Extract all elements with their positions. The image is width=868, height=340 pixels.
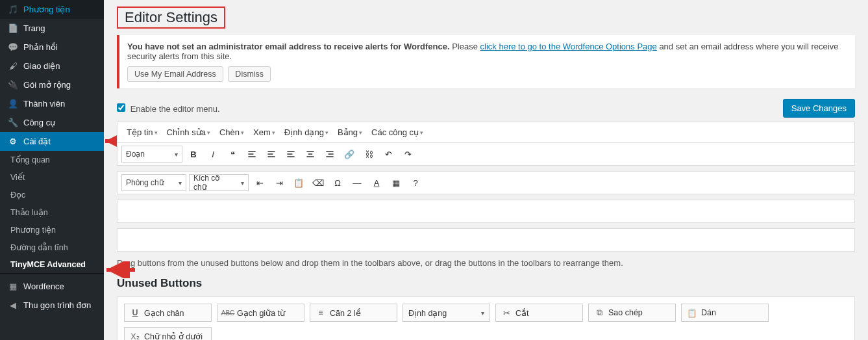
sidebar-sub-thảo-luận[interactable]: Thảo luận — [0, 203, 104, 221]
unused-gạch-giữa-từ[interactable]: ABCGạch giữa từ — [217, 304, 304, 322]
toolbar-row-2-box: Phông chữKích cỡ chữ⇤⇥📋⌫Ω—A▦? — [117, 171, 855, 194]
editor-toolbar-box: Tệp tin▾Chỉnh sửa▾Chèn▾Xem▾Định dạng▾Bản… — [117, 122, 855, 166]
page-title: Editor Settings — [117, 7, 225, 29]
enable-menu-checkbox[interactable] — [117, 103, 125, 112]
tb-unlink[interactable]: ⛓ — [360, 146, 377, 163]
unused-dán[interactable]: 📋Dán — [681, 304, 769, 322]
enable-menu-row: Enable the editor menu. — [117, 103, 220, 114]
comment-icon: 💬 — [6, 42, 19, 52]
wordfence-options-link[interactable]: click here to go to the Wordfence Option… — [480, 42, 657, 51]
sidebar-item-giao-diện[interactable]: 🖌Giao diện — [0, 57, 104, 75]
table-icon: ▦ — [392, 178, 400, 188]
U-icon: U — [130, 308, 140, 317]
menu-định-dạng[interactable]: Định dạng▾ — [280, 125, 332, 140]
unused-gạch-chân[interactable]: UGạch chân — [124, 304, 212, 322]
unused-cắt[interactable]: ✂Cắt — [495, 304, 583, 322]
unlink-icon: ⛓ — [365, 150, 373, 159]
unused-căn-2-lề[interactable]: ≡Căn 2 lề — [310, 304, 397, 322]
paste-icon: 📋 — [687, 308, 697, 318]
enable-menu-label[interactable]: Enable the editor menu. — [117, 104, 220, 114]
indent-icon: ⇥ — [276, 178, 283, 188]
tb-outdent[interactable]: ⇤ — [251, 174, 268, 191]
unused-label: Cắt — [515, 308, 529, 318]
cut-icon: ✂ — [501, 308, 512, 318]
page-icon: 📄 — [6, 23, 19, 33]
sidebar-label: Cài đặt — [23, 137, 51, 146]
sidebar-sub-tinymce-advanced[interactable]: TinyMCE Advanced — [0, 256, 104, 273]
sidebar-item-wordfence[interactable]: ▦Wordfence — [0, 277, 104, 296]
clear-icon: ⌫ — [312, 178, 324, 188]
tb-omega[interactable]: Ω — [329, 174, 346, 191]
menu-bảng[interactable]: Bảng▾ — [334, 125, 366, 140]
toolbar-row-3[interactable] — [117, 200, 855, 223]
chevron-down-icon: ▾ — [207, 129, 210, 136]
dismiss-button[interactable]: Dismiss — [228, 66, 271, 82]
tb-textcolor[interactable]: A — [368, 174, 385, 191]
settings-icon: ⚙ — [6, 137, 19, 146]
justify-icon: ≡ — [316, 308, 326, 317]
unused-label: Chữ nhỏ ở dưới — [144, 332, 203, 341]
tb-undo[interactable]: ↶ — [380, 146, 397, 163]
sidebar-item-thành-viên[interactable]: 👤Thành viên — [0, 94, 104, 113]
fontsize-select[interactable]: Kích cỡ chữ — [189, 174, 249, 191]
tb-help[interactable]: ? — [407, 174, 424, 191]
tb-indent[interactable]: ⇥ — [271, 174, 288, 191]
bold-icon: B — [190, 150, 196, 159]
sidebar-sub-phương-tiện[interactable]: Phương tiện — [0, 221, 104, 239]
sidebar-item-gói-mở-rộng[interactable]: 🔌Gói mở rộng — [0, 75, 104, 94]
sidebar-sub-đọc[interactable]: Đọc — [0, 186, 104, 203]
editor-menubar: Tệp tin▾Chỉnh sửa▾Chèn▾Xem▾Định dạng▾Bản… — [118, 122, 854, 143]
collapse-icon: ◀ — [6, 300, 19, 310]
menu-chèn[interactable]: Chèn▾ — [216, 125, 248, 140]
plugin-icon: 🔌 — [6, 80, 19, 90]
tb-ol[interactable] — [263, 146, 280, 163]
sidebar-item-thu-gọn-trình-đơn[interactable]: ◀Thu gọn trình đơn — [0, 296, 104, 315]
menu-tệp-tin[interactable]: Tệp tin▾ — [123, 125, 162, 140]
unused-label: Sao chép — [608, 308, 643, 317]
outdent-icon: ⇤ — [256, 178, 264, 188]
sidebar-item-phản-hồi[interactable]: 💬Phản hồi — [0, 38, 104, 57]
sidebar-item-phương-tiện[interactable]: 🎵Phương tiện — [0, 0, 104, 19]
unused-chữ-nhỏ-ở-dưới[interactable]: X₂Chữ nhỏ ở dưới — [124, 327, 212, 340]
tb-align-center[interactable] — [302, 146, 319, 163]
omega-icon: Ω — [334, 178, 341, 188]
menu-các-công-cụ[interactable]: Các công cụ▾ — [367, 125, 427, 140]
sidebar-item-trang[interactable]: 📄Trang — [0, 19, 104, 38]
sidebar-item-cài-đặt[interactable]: ⚙Cài đặt — [0, 132, 104, 151]
tb-italic[interactable]: I — [205, 146, 221, 163]
sidebar-sub-tổng-quan[interactable]: Tổng quan — [0, 151, 104, 168]
hr-icon: — — [353, 178, 362, 188]
unused-sao-chép[interactable]: ⧉Sao chép — [588, 304, 676, 322]
sidebar-label: Thành viên — [23, 99, 65, 109]
sidebar-sub-đường-dẫn-tĩnh[interactable]: Đường dẫn tĩnh — [0, 239, 104, 256]
tb-bold[interactable]: B — [185, 146, 202, 163]
save-changes-button[interactable]: Save Changes — [783, 99, 855, 118]
menu-chỉnh-sửa[interactable]: Chỉnh sửa▾ — [163, 125, 214, 140]
toolbar-row-4[interactable] — [117, 228, 855, 252]
tb-link[interactable]: 🔗 — [341, 146, 358, 163]
tb-redo[interactable]: ↷ — [399, 146, 416, 163]
tb-table[interactable]: ▦ — [388, 174, 404, 191]
sidebar-label: Wordfence — [23, 281, 64, 291]
tb-clear[interactable]: ⌫ — [310, 174, 327, 191]
font-select[interactable]: Phông chữ — [121, 174, 186, 191]
unused-buttons-heading: Unused Buttons — [117, 277, 855, 290]
redo-icon: ↷ — [404, 150, 412, 159]
sidebar-label: Phản hồi — [23, 42, 58, 52]
tb-paste[interactable]: 📋 — [290, 174, 307, 191]
tb-hr[interactable]: — — [349, 174, 366, 191]
tb-ul[interactable] — [243, 146, 260, 163]
format-select[interactable]: Đoạn — [121, 146, 182, 163]
use-my-email-button[interactable]: Use My Email Address — [127, 66, 223, 82]
toolbar-row-1: ĐoạnBI❝🔗⛓↶↷ — [118, 143, 854, 165]
tb-align-left[interactable] — [282, 146, 299, 163]
tb-blockquote[interactable]: ❝ — [224, 146, 241, 163]
menu-xem[interactable]: Xem▾ — [249, 125, 279, 140]
toolbar-row-2: Phông chữKích cỡ chữ⇤⇥📋⌫Ω—A▦? — [118, 172, 854, 194]
tb-align-right[interactable] — [321, 146, 338, 163]
sidebar-item-công-cụ[interactable]: 🔧Công cụ — [0, 113, 104, 132]
unused-định-dạng[interactable]: Định dạng — [403, 304, 490, 322]
sidebar-sub-viết[interactable]: Viết — [0, 168, 104, 186]
blockquote-icon: ❝ — [230, 150, 235, 159]
wordfence-notice: You have not set an administrator email … — [117, 35, 855, 88]
